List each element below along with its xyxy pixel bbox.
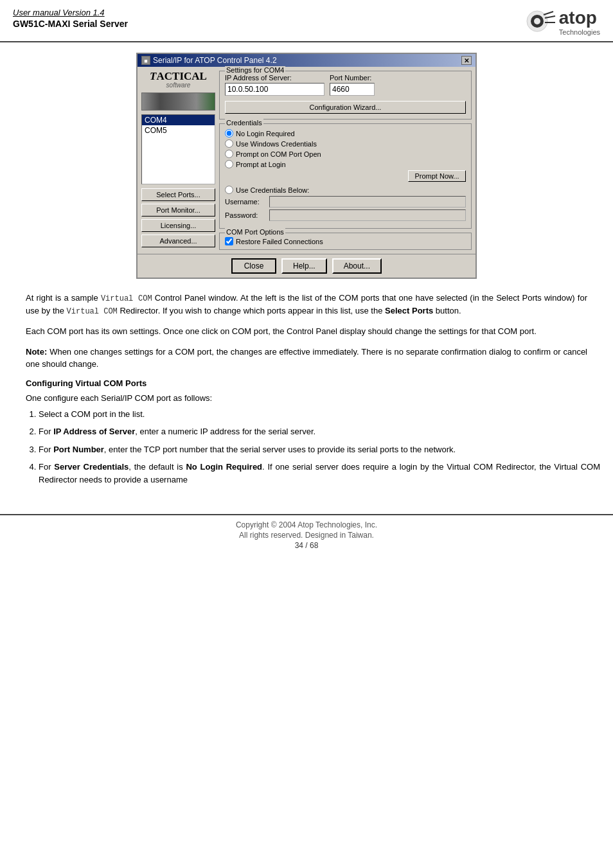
svg-line-3: [544, 12, 553, 15]
product-title: GW51C-MAXI Serial Server: [13, 19, 128, 29]
ip-field-group: IP Address of Server:: [225, 74, 324, 96]
radio-prompt-login: Prompt at Login: [225, 160, 466, 168]
note-label: Note:: [26, 347, 47, 357]
username-label: Username:: [225, 198, 267, 206]
password-label: Password:: [225, 211, 267, 219]
radio-use-creds: Use Credentials Below:: [225, 186, 466, 194]
username-row: Username:: [225, 196, 466, 208]
titlebar-left: ■ Serial/IP for ATOP Control Panel 4.2: [141, 56, 277, 65]
svg-point-2: [534, 18, 540, 24]
dialog-window: ■ Serial/IP for ATOP Control Panel 4.2 ✕…: [136, 53, 477, 279]
select-ports-bold: Select Ports: [385, 306, 433, 315]
port-label: Port Number:: [330, 74, 375, 82]
radio-use-creds-label: Use Credentials Below:: [236, 186, 309, 194]
tactical-tac: T: [150, 70, 156, 82]
header-left: User manual Version 1.4 GW51C-MAXI Seria…: [13, 8, 128, 29]
ip-address-bold: IP Address of Server: [53, 427, 135, 436]
port-number-input[interactable]: [330, 83, 375, 96]
logo-text: atop: [559, 8, 597, 28]
credentials-group: Credentials No Login Required Use Window…: [219, 123, 472, 229]
com-port-options-label: COM Port Options: [225, 228, 285, 236]
atop-logo-icon: [524, 8, 556, 35]
radio-prompt-login-input[interactable]: [225, 160, 233, 168]
radio-prompt-com-input[interactable]: [225, 150, 233, 158]
dialog-main-panel: Settings for COM4 IP Address of Server: …: [219, 71, 472, 250]
radio-windows-label: Use Windows Credentials: [236, 140, 317, 148]
no-login-bold: No Login Required: [186, 462, 262, 472]
dialog-body: TACTICAL software COM4 COM5 Select Ports…: [138, 67, 475, 254]
settings-row: IP Address of Server: Port Number:: [225, 74, 466, 96]
copyright-line: Copyright © 2004 Atop Technologies, Inc.: [13, 520, 600, 529]
logo-sub: Technologies: [559, 28, 600, 36]
ip-label: IP Address of Server:: [225, 74, 324, 82]
virtual-com-highlight2: Virtual COM: [67, 307, 118, 316]
com-list[interactable]: COM4 COM5: [141, 114, 215, 184]
tactical-banner: [141, 93, 215, 111]
dialog-icon: ■: [141, 56, 150, 65]
virtual-com-highlight1: Virtual COM: [101, 294, 152, 303]
titlebar-close-button[interactable]: ✕: [461, 56, 472, 65]
config-wizard-button[interactable]: Configuration Wizard...: [225, 101, 466, 114]
section-intro: One configure each Serial/IP COM port as…: [26, 393, 600, 403]
list-item-2: For IP Address of Server, enter a numeri…: [39, 425, 600, 438]
radio-prompt-login-label: Prompt at Login: [236, 161, 286, 168]
radio-use-creds-input[interactable]: [225, 186, 233, 194]
header-right: atop Technologies: [524, 8, 600, 36]
port-number-bold: Port Number: [53, 445, 104, 454]
tactical-logo: TACTICAL: [141, 71, 215, 82]
ip-address-input[interactable]: [225, 83, 324, 96]
radio-no-login-input[interactable]: [225, 129, 233, 137]
credentials-group-label: Credentials: [225, 119, 263, 127]
com-port-options-group: COM Port Options Restore Failed Connecti…: [219, 233, 472, 250]
body-para1: At right is a sample Virtual COM Control…: [26, 292, 587, 317]
settings-group: Settings for COM4 IP Address of Server: …: [219, 71, 472, 120]
username-input[interactable]: [269, 196, 466, 208]
list-item-3: For Port Number, enter the TCP port numb…: [39, 443, 600, 456]
radio-prompt-com-label: Prompt on COM Port Open: [236, 150, 321, 158]
advanced-button[interactable]: Advanced...: [141, 235, 215, 247]
radio-windows-input[interactable]: [225, 139, 233, 148]
radio-prompt-com: Prompt on COM Port Open: [225, 150, 466, 158]
dialog-title: Serial/IP for ATOP Control Panel 4.2: [153, 56, 277, 65]
dialog-sidebar: TACTICAL software COM4 COM5 Select Ports…: [141, 71, 215, 250]
com-item-com4[interactable]: COM4: [142, 115, 215, 125]
restore-failed-checkbox[interactable]: [225, 237, 233, 245]
body-para2: Each COM port has its own settings. Once…: [26, 325, 587, 338]
body-para3: Note: When one changes settings for a CO…: [26, 346, 587, 371]
manual-title: User manual Version 1.4: [13, 8, 128, 17]
password-input[interactable]: [269, 209, 466, 221]
list-item-4: For Server Credentials, the default is N…: [39, 461, 600, 486]
logo-text-group: atop Technologies: [559, 8, 600, 36]
licensing-button[interactable]: Licensing...: [141, 219, 215, 232]
dialog-brand: TACTICAL software: [141, 71, 215, 89]
password-row: Password:: [225, 209, 466, 221]
section-heading: Configuring Virtual COM Ports: [26, 378, 600, 388]
logo-container: atop Technologies: [524, 8, 600, 36]
help-button[interactable]: Help...: [281, 258, 327, 274]
restore-failed-label: Restore Failed Connections: [236, 238, 323, 245]
close-button[interactable]: Close: [231, 258, 276, 274]
port-field-group: Port Number:: [330, 74, 375, 96]
server-creds-bold: Server Credentials: [54, 462, 129, 472]
settings-group-label: Settings for COM4: [225, 66, 285, 74]
restore-failed-row: Restore Failed Connections: [225, 237, 466, 245]
tactical-sub: software: [141, 82, 215, 89]
body-text: At right is a sample Virtual COM Control…: [13, 292, 600, 371]
port-monitor-button[interactable]: Port Monitor...: [141, 204, 215, 217]
radio-no-login: No Login Required: [225, 129, 466, 137]
tactical-rest: ACTICAL: [156, 70, 206, 82]
dialog-titlebar: ■ Serial/IP for ATOP Control Panel 4.2 ✕: [138, 54, 475, 67]
about-button[interactable]: About...: [332, 258, 382, 274]
select-ports-button[interactable]: Select Ports...: [141, 188, 215, 201]
page-number: 34 / 68: [13, 541, 600, 550]
list-item-1: Select a COM port in the list.: [39, 408, 600, 421]
radio-windows-creds: Use Windows Credentials: [225, 139, 466, 148]
page-header: User manual Version 1.4 GW51C-MAXI Seria…: [0, 0, 613, 42]
numbered-list: Select a COM port in the list. For IP Ad…: [39, 408, 600, 486]
com-item-com5[interactable]: COM5: [142, 125, 215, 136]
dialog-footer: Close Help... About...: [138, 254, 475, 278]
prompt-now-button[interactable]: Prompt Now...: [408, 170, 466, 182]
rights-line: All rights reserved. Designed in Taiwan.: [13, 531, 600, 540]
page-footer: Copyright © 2004 Atop Technologies, Inc.…: [0, 514, 613, 555]
main-content: ■ Serial/IP for ATOP Control Panel 4.2 ✕…: [0, 42, 613, 501]
